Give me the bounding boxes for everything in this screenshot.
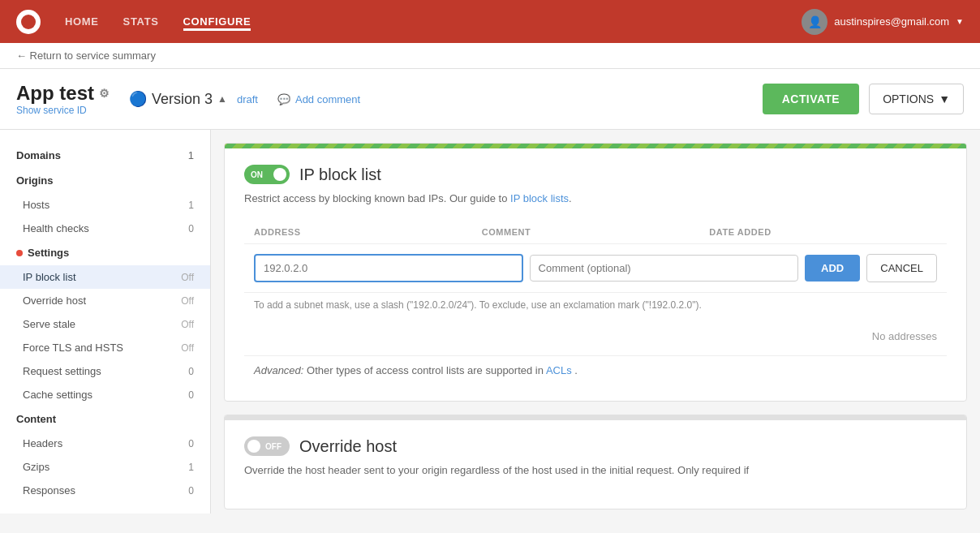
- service-title-block: App test ⚙ Show service ID: [16, 82, 110, 116]
- hosts-count: 1: [188, 200, 194, 211]
- ip-block-list-badge: Off: [181, 272, 194, 283]
- card-body: ON IP block list Restrict access by bloc…: [225, 148, 966, 401]
- sidebar-domains-header: Domains 1: [0, 143, 210, 168]
- col-comment: COMMENT: [482, 227, 710, 237]
- avatar: 👤: [802, 9, 827, 35]
- add-comment-button[interactable]: 💬 Add comment: [277, 93, 360, 105]
- ip-block-list-title: IP block list: [299, 165, 381, 184]
- user-email: austinspires@gmail.com: [834, 15, 949, 28]
- comment-icon: 💬: [277, 93, 290, 105]
- col-address: ADDRESS: [254, 227, 482, 237]
- sidebar-item-hosts[interactable]: Hosts 1: [0, 193, 210, 217]
- sidebar-item-force-tls[interactable]: Force TLS and HSTS Off: [0, 336, 210, 359]
- add-comment-label: Add comment: [295, 93, 360, 105]
- override-host-description: Override the host header sent to your or…: [244, 464, 947, 476]
- version-sync-icon: 🔵: [129, 90, 147, 108]
- gear-icon[interactable]: ⚙: [99, 87, 110, 100]
- toggle-knob: [247, 440, 260, 453]
- request-settings-count: 0: [188, 366, 194, 377]
- breadcrumb[interactable]: ← Return to service summary: [0, 43, 980, 69]
- logo-inner: [21, 15, 36, 29]
- override-host-title: Override host: [299, 437, 397, 456]
- headers-label: Headers: [23, 437, 62, 449]
- version-arrow-icon[interactable]: ▲: [217, 93, 227, 105]
- settings-dot-icon: [16, 250, 23, 256]
- force-tls-badge: Off: [181, 342, 194, 354]
- options-chevron-icon: ▼: [939, 92, 950, 105]
- sidebar-item-cache-settings[interactable]: Cache settings 0: [0, 383, 210, 406]
- cache-settings-label: Cache settings: [23, 389, 92, 401]
- ip-block-list-toggle[interactable]: ON: [244, 165, 290, 184]
- gzips-count: 1: [188, 462, 194, 473]
- service-header-left: App test ⚙ Show service ID 🔵 Version 3 ▲…: [16, 82, 360, 116]
- serve-stale-label: Serve stale: [23, 318, 75, 330]
- sidebar-item-ip-block-list[interactable]: IP block list Off: [0, 265, 210, 289]
- activate-button[interactable]: ACTIVATE: [763, 84, 859, 114]
- origins-label: Origins: [16, 174, 54, 187]
- responses-count: 0: [188, 485, 194, 496]
- card-description: Restrict access by blocking known bad IP…: [244, 192, 947, 204]
- chevron-down-icon[interactable]: ▼: [956, 17, 964, 26]
- serve-stale-badge: Off: [181, 319, 194, 330]
- sidebar-item-responses[interactable]: Responses 0: [0, 479, 210, 502]
- hint-text: To add a subnet mask, use a slash ("192.…: [244, 293, 947, 317]
- block-lists-link[interactable]: IP block lists: [510, 192, 569, 204]
- show-service-id[interactable]: Show service ID: [16, 105, 110, 116]
- sidebar-item-request-settings[interactable]: Request settings 0: [0, 359, 210, 383]
- address-input[interactable]: [254, 254, 523, 282]
- service-title: App test ⚙: [16, 82, 110, 105]
- cache-settings-count: 0: [188, 389, 194, 401]
- options-button[interactable]: OPTIONS ▼: [869, 84, 964, 114]
- address-input-row: ADD CANCEL: [244, 244, 947, 293]
- sidebar-content-header: Content: [0, 406, 210, 432]
- nav-stats[interactable]: STATS: [123, 12, 159, 31]
- add-button[interactable]: ADD: [805, 255, 860, 282]
- sidebar-item-override-host[interactable]: Override host Off: [0, 289, 210, 312]
- headers-count: 0: [188, 438, 194, 449]
- comment-input[interactable]: [530, 255, 799, 282]
- force-tls-label: Force TLS and HSTS: [23, 342, 123, 354]
- no-addresses-label: No addresses: [244, 317, 947, 355]
- description-suffix: .: [569, 192, 572, 204]
- sidebar-item-headers[interactable]: Headers 0: [0, 432, 210, 455]
- toggle-off-label: OFF: [265, 442, 282, 451]
- settings-label: Settings: [28, 247, 69, 259]
- hosts-label: Hosts: [23, 199, 49, 211]
- logo[interactable]: [16, 10, 41, 34]
- domains-label: Domains: [16, 149, 61, 161]
- health-checks-count: 0: [188, 223, 194, 234]
- gzips-label: Gzips: [23, 461, 49, 473]
- nav-left: HOME STATS CONFIGURE: [16, 10, 251, 34]
- card-header-row: ON IP block list: [244, 165, 947, 184]
- override-host-body: OFF Override host Override the host head…: [225, 420, 966, 509]
- sidebar-item-gzips[interactable]: Gzips 1: [0, 455, 210, 479]
- version-status[interactable]: draft: [237, 93, 258, 105]
- health-checks-label: Health checks: [23, 222, 89, 234]
- main-layout: Domains 1 Origins Hosts 1 Health checks …: [0, 130, 980, 514]
- service-header-right: ACTIVATE OPTIONS ▼: [763, 84, 964, 114]
- nav-configure[interactable]: CONFIGURE: [183, 12, 251, 31]
- options-label: OPTIONS: [883, 92, 934, 105]
- content-label: Content: [16, 413, 56, 425]
- col-date: DATE ADDED: [709, 227, 937, 237]
- acls-link[interactable]: ACLs: [546, 364, 572, 376]
- sidebar-item-serve-stale[interactable]: Serve stale Off: [0, 312, 210, 336]
- nav-right: 👤 austinspires@gmail.com ▼: [802, 9, 964, 35]
- sidebar-origins-header: Origins: [0, 168, 210, 193]
- ip-block-list-label: IP block list: [23, 271, 76, 283]
- override-host-card: OFF Override host Override the host head…: [224, 415, 967, 509]
- ip-block-list-card: ON IP block list Restrict access by bloc…: [224, 143, 967, 402]
- override-host-toggle[interactable]: OFF: [244, 436, 290, 456]
- cancel-button[interactable]: CANCEL: [866, 254, 937, 282]
- table-header: ADDRESS COMMENT DATE ADDED: [244, 221, 947, 244]
- version-block: 🔵 Version 3 ▲ draft: [129, 90, 258, 108]
- responses-label: Responses: [23, 484, 75, 496]
- override-host-badge: Off: [181, 295, 194, 307]
- sidebar-item-health-checks[interactable]: Health checks 0: [0, 217, 210, 240]
- advanced-text: Other types of access control lists are …: [307, 364, 546, 376]
- advanced-row: Advanced: Other types of access control …: [244, 355, 947, 385]
- nav-home[interactable]: HOME: [65, 12, 99, 31]
- advanced-suffix: .: [574, 364, 578, 376]
- description-text: Restrict access by blocking known bad IP…: [244, 192, 510, 204]
- request-settings-label: Request settings: [23, 365, 101, 377]
